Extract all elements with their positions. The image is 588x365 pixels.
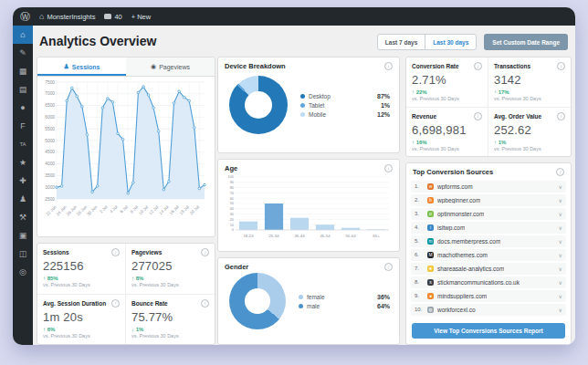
source-row-stickmancommunications-co-uk[interactable]: 8.sstickmancommunications.co.uk∨ xyxy=(411,276,566,289)
legend-value: 1% xyxy=(381,102,394,109)
chevron-down-icon[interactable]: ∨ xyxy=(559,224,562,231)
svg-text:10: 10 xyxy=(230,223,235,227)
legend-value: 64% xyxy=(377,303,394,309)
pages-icon: ▤ xyxy=(19,86,27,94)
sidebar-item-appearance[interactable]: ★ xyxy=(13,153,33,172)
source-rank: 1. xyxy=(415,183,424,189)
chevron-down-icon[interactable]: ∨ xyxy=(559,293,562,299)
chevron-down-icon[interactable]: ∨ xyxy=(559,197,562,203)
svg-text:12 Jul: 12 Jul xyxy=(148,204,159,215)
new-content-button[interactable]: + New xyxy=(131,13,151,21)
source-row-optinmonster-com[interactable]: 3.ooptinmonster.com∨ xyxy=(411,208,566,221)
metric-delta: ↑ 16% xyxy=(412,140,482,145)
info-icon[interactable] xyxy=(201,299,209,308)
metric-compare-label: vs. Previous 30 Days xyxy=(494,96,565,101)
legend-label: Desktop xyxy=(309,93,331,99)
svg-text:40: 40 xyxy=(230,206,235,211)
source-row-machothemes-com[interactable]: 6.Mmachothemes.com∨ xyxy=(411,249,566,262)
source-row-wpforms-com[interactable]: 1.wwpforms.com∨ xyxy=(411,181,566,193)
left-metric-cards: Sessions225156↑ 85%vs. Previous 30 DaysP… xyxy=(37,243,215,345)
tab-pageviews[interactable]: ◉ Pageviews xyxy=(126,57,215,76)
info-icon[interactable] xyxy=(556,168,564,176)
metric-compare-label: vs. Previous 30 Days xyxy=(43,282,120,287)
sidebar-item-analytics[interactable]: ◫ xyxy=(13,245,33,263)
sidebar-item-tools[interactable]: ⚒ xyxy=(13,208,33,226)
metric-delta: ↑ 85% xyxy=(43,276,120,281)
info-icon[interactable] xyxy=(111,299,120,308)
source-row-wpbeginner-com[interactable]: 2.bwpbeginner.com∨ xyxy=(411,194,566,207)
pageviews-eye-icon: ◉ xyxy=(151,63,156,70)
source-favicon-icon: ● xyxy=(427,293,434,299)
chevron-down-icon[interactable]: ∨ xyxy=(559,279,562,286)
sidebar-item-ta-plugin[interactable]: TA xyxy=(13,135,33,153)
source-favicon-icon: b xyxy=(427,197,434,203)
source-favicon-icon: m xyxy=(427,238,434,245)
source-row-mindsuppliers-com[interactable]: 9.●mindsuppliers.com∨ xyxy=(411,290,566,303)
sidebar-item-settings[interactable]: ▣ xyxy=(13,226,33,245)
sidebar-item-plugins[interactable]: ✚ xyxy=(13,172,33,190)
tab-sessions[interactable]: ♟ Sessions xyxy=(37,57,126,76)
legend-dot-icon xyxy=(300,94,305,99)
source-row-shareasale-analytics-com[interactable]: 7.★shareasale-analytics.com∨ xyxy=(411,263,566,276)
chevron-down-icon[interactable]: ∨ xyxy=(559,211,562,217)
admin-bar: Ⓦ ⌂ MonsterInsights 40 + New xyxy=(13,7,575,26)
metric-card-sessions: Sessions225156↑ 85%vs. Previous 30 Days xyxy=(37,244,126,295)
sidebar-item-media[interactable]: ▦ xyxy=(13,62,33,80)
sidebar-item-dashboard[interactable]: ⌂ xyxy=(13,26,33,44)
sidebar-item-users[interactable]: ♟ xyxy=(13,190,33,208)
info-icon[interactable] xyxy=(384,263,393,271)
metric-value: 2.71% xyxy=(412,73,482,87)
svg-text:6500: 6500 xyxy=(45,103,55,108)
metric-delta: ↑ 8% xyxy=(131,276,209,281)
sidebar-item-forms[interactable]: F xyxy=(13,117,33,135)
metric-value: 6,698,981 xyxy=(412,123,482,137)
svg-text:60: 60 xyxy=(230,196,235,201)
chevron-down-icon[interactable]: ∨ xyxy=(559,307,562,313)
sidebar-item-collapse[interactable]: ◎ xyxy=(13,263,33,281)
info-icon[interactable] xyxy=(474,112,482,120)
posts-icon: ✎ xyxy=(19,49,26,57)
metric-card-pageviews: Pageviews277025↑ 8%vs. Previous 30 Days xyxy=(126,244,215,295)
sessions-line-chart: 2500300035004000450050005500600065007000… xyxy=(37,77,215,230)
metric-label: Avg. Order Value xyxy=(494,113,541,120)
tab-sessions-label: Sessions xyxy=(72,64,100,70)
ta-plugin-icon: TA xyxy=(19,141,26,147)
info-icon[interactable] xyxy=(557,112,565,120)
svg-text:7500: 7500 xyxy=(45,80,55,85)
info-icon[interactable] xyxy=(557,62,565,70)
set-custom-date-range-button[interactable]: Set Custom Date Range xyxy=(484,34,568,50)
info-icon[interactable] xyxy=(201,248,209,256)
svg-text:55-64: 55-64 xyxy=(345,234,356,238)
info-icon[interactable] xyxy=(474,62,482,70)
source-row-docs-memberpress-com[interactable]: 5.mdocs.memberpress.com∨ xyxy=(411,235,566,248)
svg-text:6000: 6000 xyxy=(45,115,55,120)
chevron-down-icon[interactable]: ∨ xyxy=(559,238,562,245)
metric-compare-label: vs. Previous 30 Days xyxy=(131,282,209,287)
metric-card-avg-session-duration: Avg. Session Duration1m 20s↑ 6%vs. Previ… xyxy=(37,295,126,345)
comments-shortcut[interactable]: 40 xyxy=(104,13,121,21)
source-row-isitwp-com[interactable]: 4.iisitwp.com∨ xyxy=(411,222,566,235)
legend-item-mobile: Mobile12% xyxy=(300,111,394,118)
main-content: Analytics Overview Last 7 days Last 30 d… xyxy=(33,26,575,345)
chevron-down-icon[interactable]: ∨ xyxy=(559,266,562,272)
sidebar-item-posts[interactable]: ✎ xyxy=(13,44,33,62)
sidebar-item-comments[interactable]: ● xyxy=(13,99,33,117)
page-title: Analytics Overview xyxy=(39,34,156,48)
metric-card-bounce-rate: Bounce Rate75.77%↓ 1%vs. Previous 30 Day… xyxy=(126,295,215,345)
last-7-days-button[interactable]: Last 7 days xyxy=(378,35,425,49)
metric-card-transactions: Transactions3142↑ 17%vs. Previous 30 Day… xyxy=(488,57,571,108)
source-row-workforcexl-co[interactable]: 10.◍workforcexl.co∨ xyxy=(411,304,566,317)
forms-icon: F xyxy=(20,122,26,130)
sidebar-item-pages[interactable]: ▤ xyxy=(13,80,33,99)
device-breakdown-title: Device Breakdown xyxy=(225,62,286,70)
chevron-down-icon[interactable]: ∨ xyxy=(559,252,562,258)
last-30-days-button[interactable]: Last 30 days xyxy=(425,35,476,49)
metric-delta: ↑ 1% xyxy=(494,140,565,145)
chevron-down-icon[interactable]: ∨ xyxy=(559,183,562,190)
view-top-conversion-sources-report-button[interactable]: View Top Conversions Sources Report xyxy=(412,323,565,339)
info-icon[interactable] xyxy=(111,248,120,256)
site-name-link[interactable]: ⌂ MonsterInsights xyxy=(39,12,95,21)
info-icon[interactable] xyxy=(384,62,393,70)
info-icon[interactable] xyxy=(384,164,393,172)
wordpress-logo-icon[interactable]: Ⓦ xyxy=(20,12,30,22)
